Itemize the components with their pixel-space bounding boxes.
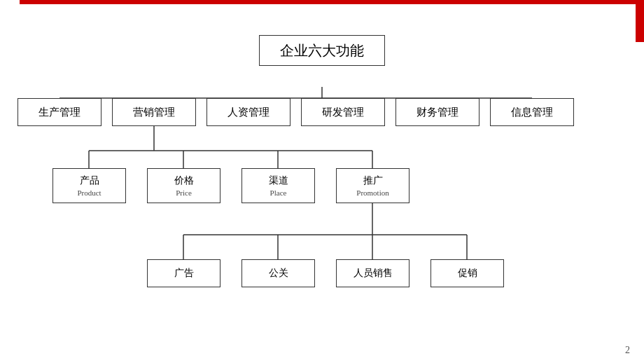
l2-label-4: 推广 — [363, 174, 383, 187]
l1-label-2: 营销管理 — [133, 106, 175, 119]
top-accent-line — [20, 0, 636, 4]
l2-label-2: 价格 — [174, 174, 194, 187]
l1-box-4: 研发管理 — [301, 98, 385, 126]
l1-label-3: 人资管理 — [227, 106, 270, 119]
l2-box-2: 价格 Price — [147, 168, 220, 203]
l2-box-3: 渠道 Place — [241, 168, 315, 203]
l3-label-1: 广告 — [174, 267, 194, 280]
l2-sublabel-3: Place — [270, 189, 287, 197]
l3-label-2: 公关 — [269, 267, 288, 280]
l2-sublabel-2: Price — [176, 189, 192, 197]
l3-box-4: 促销 — [430, 259, 504, 287]
root-label: 企业六大功能 — [280, 41, 364, 60]
l1-label-5: 财务管理 — [416, 106, 458, 119]
l1-box-6: 信息管理 — [490, 98, 574, 126]
l1-box-5: 财务管理 — [396, 98, 479, 126]
page-number: 2 — [625, 345, 630, 356]
l2-box-1: 产品 Product — [52, 168, 126, 203]
l3-label-3: 人员销售 — [354, 267, 393, 280]
l2-sublabel-1: Product — [77, 189, 101, 197]
l3-box-1: 广告 — [147, 259, 220, 287]
l2-label-1: 产品 — [80, 174, 99, 187]
l1-box-1: 生产管理 — [18, 98, 102, 126]
l1-label-4: 研发管理 — [322, 106, 364, 119]
diagram-container: 企业六大功能 生产管理 营销管理 人资管理 研发管理 财务管理 信息管理 产品 … — [0, 21, 644, 357]
l3-label-4: 促销 — [458, 267, 477, 280]
l1-label-1: 生产管理 — [38, 106, 80, 119]
l2-label-3: 渠道 — [269, 174, 288, 187]
l2-sublabel-4: Promotion — [356, 189, 388, 197]
l1-box-3: 人资管理 — [206, 98, 290, 126]
l1-label-6: 信息管理 — [511, 106, 553, 119]
root-box: 企业六大功能 — [259, 35, 385, 66]
l3-box-3: 人员销售 — [336, 259, 410, 287]
l1-box-2: 营销管理 — [112, 98, 196, 126]
l2-box-4: 推广 Promotion — [336, 168, 410, 203]
l3-box-2: 公关 — [241, 259, 315, 287]
